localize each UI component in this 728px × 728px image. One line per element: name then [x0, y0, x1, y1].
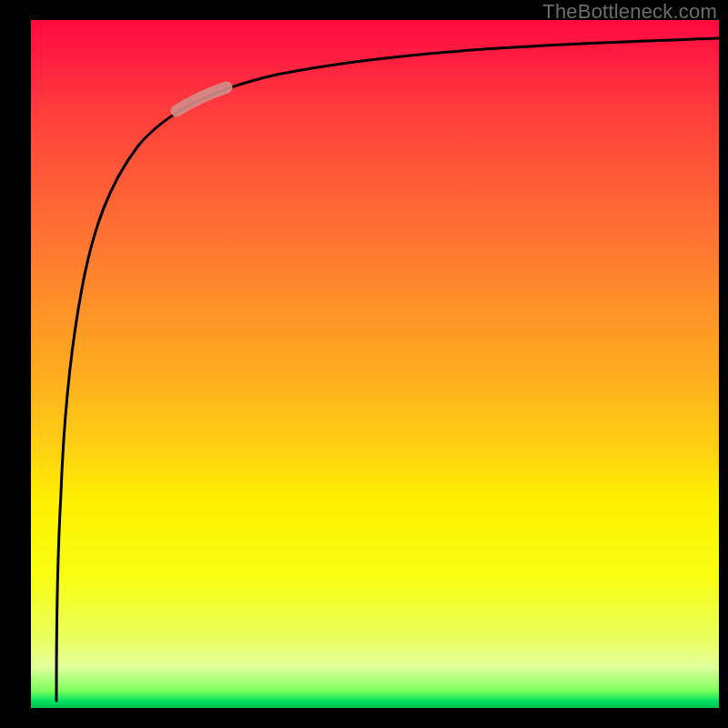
- chart-plot-area: [31, 20, 719, 708]
- attribution-text: TheBottleneck.com: [542, 0, 717, 24]
- chart-frame: TheBottleneck.com: [0, 0, 728, 728]
